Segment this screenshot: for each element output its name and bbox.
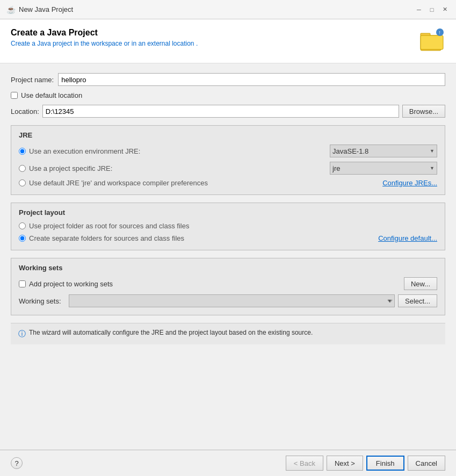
location-input[interactable]: [42, 105, 399, 118]
maximize-button[interactable]: □: [427, 5, 437, 15]
jre-option3-row: Use default JRE 'jre' and workspace comp…: [19, 179, 437, 187]
location-label: Location:: [11, 107, 39, 116]
jre-option2-row: Use a project specific JRE: jre: [19, 162, 437, 175]
project-name-input[interactable]: [58, 73, 445, 86]
minimize-button[interactable]: ─: [414, 5, 424, 15]
working-sets-select-wrapper: [69, 294, 395, 307]
jre-option2-radio[interactable]: [19, 165, 26, 172]
working-sets-section: Working sets Add project to working sets…: [11, 258, 445, 315]
project-name-row: Project name:: [11, 73, 445, 86]
use-default-location-checkbox[interactable]: [11, 92, 18, 99]
working-sets-checkbox-row: Add project to working sets New...: [19, 277, 437, 290]
working-sets-select[interactable]: [69, 294, 395, 307]
layout-option1-row: Use project folder as root for sources a…: [19, 222, 437, 230]
jre-option3-label: Use default JRE 'jre' and workspace comp…: [29, 179, 208, 187]
title-bar: ☕ New Java Project ─ □ ✕: [0, 0, 456, 19]
layout-option1-label: Use project folder as root for sources a…: [29, 222, 189, 230]
next-button[interactable]: Next >: [327, 456, 363, 471]
jre-option2-label: Use a project specific JRE:: [29, 164, 112, 172]
layout-option2-radio[interactable]: [19, 235, 26, 242]
browse-button[interactable]: Browse...: [402, 105, 445, 118]
jre-specific-select[interactable]: jre: [330, 162, 437, 175]
dialog-footer: ? < Back Next > Finish Cancel: [0, 450, 456, 476]
use-default-location-row: Use default location: [11, 91, 445, 99]
finish-button[interactable]: Finish: [366, 456, 404, 471]
svg-rect-2: [421, 35, 443, 49]
jre-env-select-wrapper: JavaSE-1.8: [330, 145, 437, 157]
external-location-link[interactable]: in an external location: [132, 40, 194, 47]
dialog-body: Project name: Use default location Locat…: [0, 63, 456, 450]
working-sets-select-row: Working sets: Select...: [19, 294, 437, 307]
help-button[interactable]: ?: [11, 457, 23, 469]
jre-specific-select-wrapper: jre: [330, 162, 437, 175]
jre-option3-radio[interactable]: [19, 179, 26, 186]
jre-section: JRE Use an execution environment JRE: Ja…: [11, 125, 445, 195]
app-icon: ☕: [6, 5, 16, 14]
cancel-button[interactable]: Cancel: [408, 456, 445, 471]
working-sets-label: Working sets:: [19, 297, 61, 305]
jre-section-title: JRE: [19, 131, 437, 139]
configure-jres-link[interactable]: Configure JREs...: [382, 179, 437, 187]
dialog-description: Create a Java project in the workspace o…: [11, 40, 198, 47]
jre-option1-radio[interactable]: [19, 148, 26, 155]
project-layout-section: Project layout Use project folder as roo…: [11, 203, 445, 250]
add-to-working-sets-label: Add project to working sets: [29, 280, 113, 288]
close-button[interactable]: ✕: [440, 5, 450, 15]
configure-default-link[interactable]: Configure default...: [378, 234, 437, 242]
project-layout-title: Project layout: [19, 208, 437, 217]
svg-text:↑: ↑: [438, 30, 441, 35]
use-default-location-label: Use default location: [21, 91, 82, 99]
info-message-row: ⓘ The wizard will automatically configur…: [11, 323, 445, 344]
info-icon: ⓘ: [18, 329, 26, 339]
window-title: New Java Project: [19, 5, 73, 13]
layout-option1-radio[interactable]: [19, 222, 26, 229]
info-message: The wizard will automatically configure …: [29, 329, 313, 336]
dialog-header: Create a Java Project Create a Java proj…: [0, 19, 456, 63]
layout-option2-label: Create separate folders for sources and …: [29, 234, 184, 242]
layout-option2-row: Create separate folders for sources and …: [19, 234, 437, 242]
wizard-icon: ↑: [419, 28, 445, 55]
back-button[interactable]: < Back: [286, 456, 323, 471]
location-row: Location: Browse...: [11, 105, 445, 118]
jre-option1-row: Use an execution environment JRE: JavaSE…: [19, 145, 437, 157]
add-to-working-sets-checkbox[interactable]: [19, 280, 26, 287]
project-name-label: Project name:: [11, 76, 54, 84]
working-sets-title: Working sets: [19, 264, 437, 272]
jre-option1-label: Use an execution environment JRE:: [29, 147, 140, 155]
jre-env-select[interactable]: JavaSE-1.8: [330, 145, 437, 157]
working-sets-select-button[interactable]: Select...: [398, 294, 437, 307]
working-sets-new-button[interactable]: New...: [404, 277, 437, 290]
dialog-title: Create a Java Project: [11, 28, 198, 38]
